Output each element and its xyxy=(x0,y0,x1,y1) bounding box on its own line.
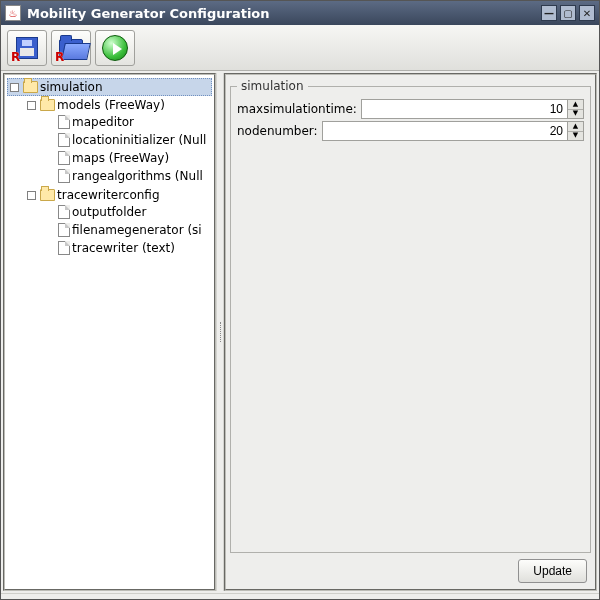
tree-spacer xyxy=(45,244,54,253)
maxsimulationtime-label: maxsimulationtime: xyxy=(237,102,357,116)
tree-panel[interactable]: simulation models (FreeWay) xyxy=(3,73,216,591)
tree-label: filenamegenerator (si xyxy=(72,223,202,237)
spinner-up-icon[interactable]: ▲ xyxy=(568,122,583,132)
file-icon xyxy=(58,241,70,255)
spinner-arrows: ▲ ▼ xyxy=(568,121,584,141)
spinner-arrows: ▲ ▼ xyxy=(568,99,584,119)
tree-node-tracewriterconfig[interactable]: tracewriterconfig xyxy=(25,187,212,203)
tree-spacer xyxy=(45,154,54,163)
tree-toggle-icon[interactable] xyxy=(27,101,36,110)
tree-node-outputfolder[interactable]: outputfolder xyxy=(43,204,212,220)
properties-group: simulation maxsimulationtime: ▲ ▼ nodenu… xyxy=(230,79,591,553)
tree-node-simulation[interactable]: simulation xyxy=(7,78,212,96)
toolbar: R R xyxy=(1,25,599,71)
tree-node-tracewriter[interactable]: tracewriter (text) xyxy=(43,240,212,256)
nodenumber-input[interactable] xyxy=(322,121,568,141)
tree-label: simulation xyxy=(40,80,103,94)
maximize-button[interactable]: ▢ xyxy=(560,5,576,21)
app-window: ♨ Mobility Generator Configuration — ▢ ✕… xyxy=(0,0,600,600)
tree-toggle-icon[interactable] xyxy=(10,83,19,92)
tree-spacer xyxy=(45,208,54,217)
tree-label: rangealgorithms (Null xyxy=(72,169,203,183)
titlebar[interactable]: ♨ Mobility Generator Configuration — ▢ ✕ xyxy=(1,1,599,25)
save-r-button[interactable]: R xyxy=(7,30,47,66)
properties-panel: simulation maxsimulationtime: ▲ ▼ nodenu… xyxy=(224,73,597,591)
nodenumber-label: nodenumber: xyxy=(237,124,318,138)
r-badge-icon: R xyxy=(11,50,20,64)
tree-node-filenamegenerator[interactable]: filenamegenerator (si xyxy=(43,222,212,238)
maxsimulationtime-input[interactable] xyxy=(361,99,568,119)
maxsimulationtime-spinner[interactable]: ▲ ▼ xyxy=(361,99,584,119)
tree-toggle-icon[interactable] xyxy=(27,191,36,200)
r-badge-icon: R xyxy=(55,50,64,64)
tree-node-mapeditor[interactable]: mapeditor xyxy=(43,114,212,130)
java-cup-icon: ♨ xyxy=(5,5,21,21)
file-icon xyxy=(58,169,70,183)
play-icon xyxy=(102,35,128,61)
folder-icon xyxy=(40,189,55,201)
tree-label: maps (FreeWay) xyxy=(72,151,169,165)
window-title: Mobility Generator Configuration xyxy=(27,6,538,21)
tree-node-maps[interactable]: maps (FreeWay) xyxy=(43,150,212,166)
run-button[interactable] xyxy=(95,30,135,66)
tree-node-models[interactable]: models (FreeWay) xyxy=(25,97,212,113)
properties-group-title: simulation xyxy=(237,79,308,93)
nodenumber-spinner[interactable]: ▲ ▼ xyxy=(322,121,584,141)
file-icon xyxy=(58,205,70,219)
file-icon xyxy=(58,223,70,237)
prop-row-nodenumber: nodenumber: ▲ ▼ xyxy=(237,121,584,141)
file-icon xyxy=(58,151,70,165)
tree-node-rangealgorithms[interactable]: rangealgorithms (Null xyxy=(43,168,212,184)
file-icon xyxy=(58,115,70,129)
spinner-down-icon[interactable]: ▼ xyxy=(568,110,583,119)
tree-label: tracewriterconfig xyxy=(57,188,160,202)
statusbar xyxy=(1,593,599,599)
tree-node-locationinitializer[interactable]: locationinitializer (Null xyxy=(43,132,212,148)
spinner-down-icon[interactable]: ▼ xyxy=(568,132,583,141)
close-button[interactable]: ✕ xyxy=(579,5,595,21)
tree-label: models (FreeWay) xyxy=(57,98,165,112)
update-button[interactable]: Update xyxy=(518,559,587,583)
folder-icon xyxy=(23,81,38,93)
tree-label: locationinitializer (Null xyxy=(72,133,206,147)
tree-label: outputfolder xyxy=(72,205,146,219)
tree-label: tracewriter (text) xyxy=(72,241,175,255)
tree-spacer xyxy=(45,136,54,145)
tree-spacer xyxy=(45,172,54,181)
folder-icon xyxy=(40,99,55,111)
properties-actions: Update xyxy=(230,553,591,585)
prop-row-maxsimulationtime: maxsimulationtime: ▲ ▼ xyxy=(237,99,584,119)
tree-spacer xyxy=(45,226,54,235)
content-area: simulation models (FreeWay) xyxy=(1,71,599,593)
tree-spacer xyxy=(45,118,54,127)
split-divider[interactable] xyxy=(216,73,224,591)
file-icon xyxy=(58,133,70,147)
config-tree[interactable]: simulation models (FreeWay) xyxy=(7,77,212,259)
minimize-button[interactable]: — xyxy=(541,5,557,21)
open-r-button[interactable]: R xyxy=(51,30,91,66)
tree-label: mapeditor xyxy=(72,115,134,129)
spinner-up-icon[interactable]: ▲ xyxy=(568,100,583,110)
